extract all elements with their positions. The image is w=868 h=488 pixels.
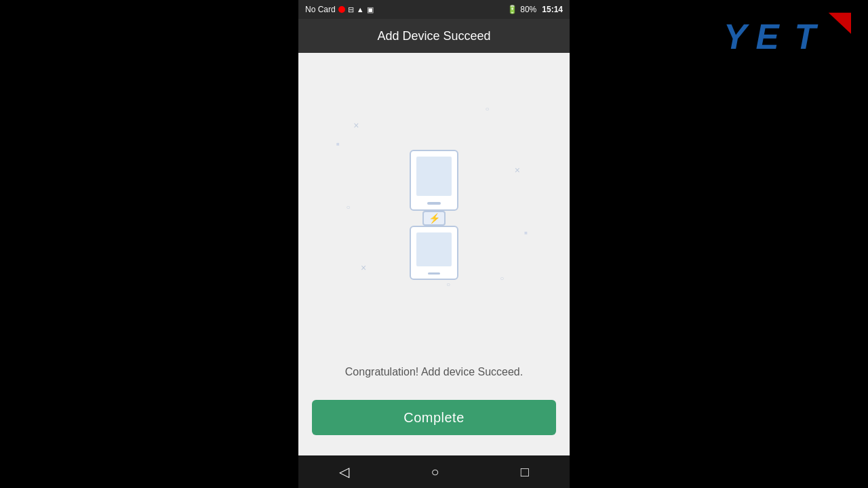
red-dot-icon	[338, 6, 345, 13]
nav-bar: ◁ ○ □	[298, 455, 570, 488]
lightning-icon: ⚡	[429, 213, 440, 224]
recent-apps-button[interactable]: □	[521, 464, 529, 480]
connector-icon: ⚡	[422, 211, 446, 226]
deco-circle-2: ○	[346, 203, 350, 211]
phone-area: No Card ⊟ ▲ ▣ 🔋 80% 15:14 Add Device Suc…	[298, 0, 570, 488]
illustration-area: × ○ × ○ × ○ ■ ■ ○ ⚡	[312, 66, 556, 363]
deco-circle-1: ○	[486, 105, 490, 113]
top-bar: Add Device Succeed	[298, 19, 570, 53]
cast-icon: ⊟	[348, 5, 354, 14]
svg-text:Y: Y	[724, 18, 750, 56]
deco-circle-3: ○	[500, 274, 504, 282]
sim-icon: ▣	[367, 5, 374, 14]
home-button[interactable]: ○	[431, 464, 439, 480]
svg-text:T: T	[794, 18, 818, 56]
wifi-icon: ▲	[357, 5, 364, 14]
right-panel: Y E T	[570, 0, 868, 488]
yet-logo: Y E T	[719, 7, 854, 61]
page-title: Add Device Succeed	[377, 29, 490, 43]
deco-cross-1: ×	[353, 120, 359, 131]
no-card-label: No Card	[305, 5, 336, 14]
svg-text:E: E	[755, 18, 780, 56]
deco-dot-2: ■	[524, 230, 528, 236]
battery-label: 80%	[520, 5, 536, 14]
device-bottom-icon	[410, 226, 458, 280]
device-stack: ⚡	[410, 150, 458, 280]
status-right: 🔋 80% 15:14	[507, 5, 563, 14]
time-label: 15:14	[542, 5, 563, 14]
deco-circle-4: ○	[446, 281, 450, 288]
status-left: No Card ⊟ ▲ ▣	[305, 5, 374, 14]
battery-icon: 🔋	[507, 5, 517, 14]
deco-dot-1: ■	[336, 141, 340, 147]
left-panel	[0, 0, 298, 488]
complete-button[interactable]: Complete	[312, 400, 556, 435]
main-content: × ○ × ○ × ○ ■ ■ ○ ⚡ Congratulation! Add …	[298, 53, 570, 455]
success-message: Congratulation! Add device Succeed.	[345, 363, 523, 381]
deco-cross-2: ×	[515, 165, 520, 176]
device-top-icon	[410, 150, 458, 211]
status-bar: No Card ⊟ ▲ ▣ 🔋 80% 15:14	[298, 0, 570, 19]
back-button[interactable]: ◁	[339, 464, 349, 480]
deco-cross-3: ×	[361, 262, 366, 273]
svg-marker-0	[829, 13, 851, 34]
